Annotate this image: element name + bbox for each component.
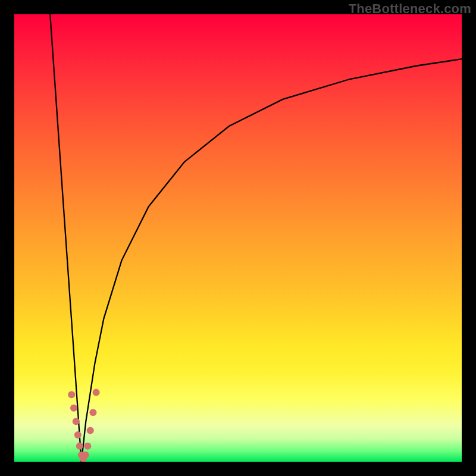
vertex-marker <box>73 418 80 425</box>
left-branch-curve <box>50 14 82 462</box>
vertex-marker <box>76 443 83 450</box>
vertex-marker <box>87 427 94 434</box>
vertex-marker <box>93 389 100 396</box>
vertex-marker <box>68 391 75 398</box>
plot-area <box>14 14 462 462</box>
vertex-marker <box>84 443 91 450</box>
right-branch-curve <box>82 59 462 462</box>
chart-frame: TheBottleneck.com <box>0 0 476 476</box>
vertex-marker-group <box>68 389 99 462</box>
vertex-marker <box>74 431 82 439</box>
vertex-marker <box>89 409 96 416</box>
watermark-text: TheBottleneck.com <box>349 1 471 17</box>
vertex-marker <box>82 452 89 459</box>
curves-layer <box>14 14 462 462</box>
vertex-marker <box>70 405 77 412</box>
